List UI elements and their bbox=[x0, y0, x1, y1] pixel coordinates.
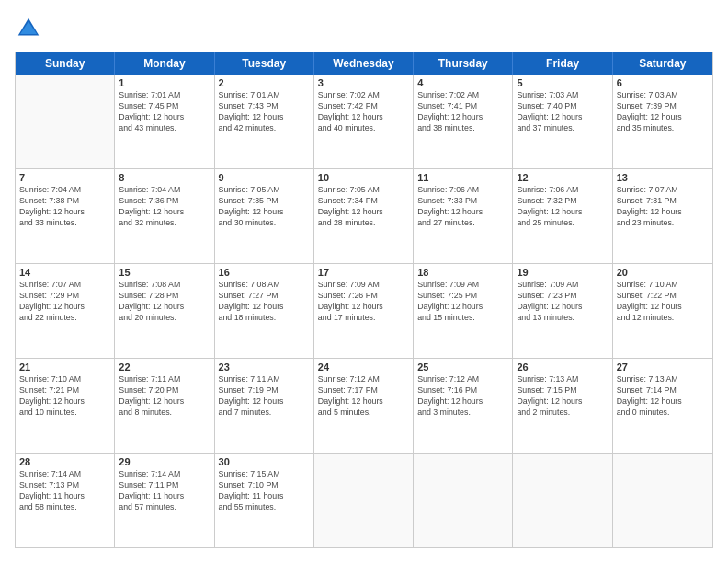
day-info: Sunrise: 7:06 AM Sunset: 7:32 PM Dayligh… bbox=[517, 185, 608, 229]
day-number: 4 bbox=[417, 77, 508, 88]
calendar-header: SundayMondayTuesdayWednesdayThursdayFrid… bbox=[16, 52, 712, 75]
day-info: Sunrise: 7:09 AM Sunset: 7:26 PM Dayligh… bbox=[318, 280, 409, 324]
cal-cell: 6Sunrise: 7:03 AM Sunset: 7:39 PM Daylig… bbox=[613, 75, 712, 168]
cal-cell bbox=[16, 75, 115, 168]
day-info: Sunrise: 7:08 AM Sunset: 7:28 PM Dayligh… bbox=[119, 280, 210, 324]
cal-row: 28Sunrise: 7:14 AM Sunset: 7:13 PM Dayli… bbox=[16, 453, 712, 547]
day-number: 18 bbox=[417, 267, 508, 278]
day-number: 15 bbox=[119, 267, 210, 278]
day-info: Sunrise: 7:06 AM Sunset: 7:33 PM Dayligh… bbox=[417, 185, 508, 229]
day-number: 12 bbox=[517, 172, 608, 183]
cal-cell: 16Sunrise: 7:08 AM Sunset: 7:27 PM Dayli… bbox=[215, 264, 314, 358]
cal-cell: 2Sunrise: 7:01 AM Sunset: 7:43 PM Daylig… bbox=[215, 75, 314, 168]
cal-row: 14Sunrise: 7:07 AM Sunset: 7:29 PM Dayli… bbox=[16, 263, 712, 358]
day-number: 16 bbox=[219, 267, 310, 278]
day-info: Sunrise: 7:09 AM Sunset: 7:25 PM Dayligh… bbox=[417, 280, 508, 324]
day-info: Sunrise: 7:10 AM Sunset: 7:22 PM Dayligh… bbox=[617, 280, 709, 324]
day-info: Sunrise: 7:13 AM Sunset: 7:15 PM Dayligh… bbox=[517, 374, 608, 419]
day-info: Sunrise: 7:09 AM Sunset: 7:23 PM Dayligh… bbox=[517, 280, 608, 324]
cal-cell: 14Sunrise: 7:07 AM Sunset: 7:29 PM Dayli… bbox=[16, 264, 115, 358]
cal-cell: 7Sunrise: 7:04 AM Sunset: 7:38 PM Daylig… bbox=[16, 169, 115, 263]
day-number: 22 bbox=[119, 362, 210, 373]
day-number: 24 bbox=[318, 362, 409, 373]
cal-header-cell: Saturday bbox=[613, 52, 712, 75]
cal-cell: 28Sunrise: 7:14 AM Sunset: 7:13 PM Dayli… bbox=[16, 454, 115, 547]
cal-cell: 8Sunrise: 7:04 AM Sunset: 7:36 PM Daylig… bbox=[115, 169, 214, 263]
day-info: Sunrise: 7:02 AM Sunset: 7:41 PM Dayligh… bbox=[417, 90, 508, 134]
cal-row: 21Sunrise: 7:10 AM Sunset: 7:21 PM Dayli… bbox=[16, 358, 712, 453]
day-number: 13 bbox=[617, 172, 709, 183]
calendar-body: 1Sunrise: 7:01 AM Sunset: 7:45 PM Daylig… bbox=[16, 75, 712, 547]
cal-cell: 25Sunrise: 7:12 AM Sunset: 7:16 PM Dayli… bbox=[414, 359, 513, 453]
cal-cell: 27Sunrise: 7:13 AM Sunset: 7:14 PM Dayli… bbox=[613, 359, 712, 453]
cal-cell: 5Sunrise: 7:03 AM Sunset: 7:40 PM Daylig… bbox=[513, 75, 612, 168]
cal-cell bbox=[314, 454, 414, 547]
cal-header-cell: Tuesday bbox=[215, 52, 314, 75]
day-number: 14 bbox=[19, 267, 110, 278]
cal-cell: 21Sunrise: 7:10 AM Sunset: 7:21 PM Dayli… bbox=[16, 359, 115, 453]
day-info: Sunrise: 7:02 AM Sunset: 7:42 PM Dayligh… bbox=[318, 90, 409, 134]
cal-cell: 30Sunrise: 7:15 AM Sunset: 7:10 PM Dayli… bbox=[215, 454, 314, 547]
day-number: 10 bbox=[318, 172, 409, 183]
day-number: 11 bbox=[417, 172, 508, 183]
day-number: 9 bbox=[219, 172, 310, 183]
cal-header-cell: Sunday bbox=[16, 52, 115, 75]
day-info: Sunrise: 7:11 AM Sunset: 7:20 PM Dayligh… bbox=[119, 374, 210, 419]
logo bbox=[15, 15, 46, 42]
day-info: Sunrise: 7:07 AM Sunset: 7:31 PM Dayligh… bbox=[617, 185, 709, 229]
cal-cell: 11Sunrise: 7:06 AM Sunset: 7:33 PM Dayli… bbox=[414, 169, 513, 263]
day-number: 19 bbox=[517, 267, 608, 278]
day-number: 20 bbox=[617, 267, 709, 278]
day-info: Sunrise: 7:04 AM Sunset: 7:36 PM Dayligh… bbox=[119, 185, 210, 229]
day-info: Sunrise: 7:05 AM Sunset: 7:34 PM Dayligh… bbox=[318, 185, 409, 229]
day-info: Sunrise: 7:10 AM Sunset: 7:21 PM Dayligh… bbox=[19, 374, 110, 419]
cal-cell bbox=[414, 454, 513, 547]
cal-cell: 4Sunrise: 7:02 AM Sunset: 7:41 PM Daylig… bbox=[414, 75, 513, 168]
cal-cell: 23Sunrise: 7:11 AM Sunset: 7:19 PM Dayli… bbox=[215, 359, 314, 453]
day-info: Sunrise: 7:15 AM Sunset: 7:10 PM Dayligh… bbox=[219, 469, 310, 513]
day-number: 6 bbox=[617, 77, 709, 88]
day-info: Sunrise: 7:11 AM Sunset: 7:19 PM Dayligh… bbox=[219, 374, 310, 419]
day-number: 29 bbox=[119, 456, 210, 467]
cal-cell: 22Sunrise: 7:11 AM Sunset: 7:20 PM Dayli… bbox=[115, 359, 214, 453]
day-number: 1 bbox=[119, 77, 210, 88]
cal-cell: 1Sunrise: 7:01 AM Sunset: 7:45 PM Daylig… bbox=[115, 75, 214, 168]
day-info: Sunrise: 7:04 AM Sunset: 7:38 PM Dayligh… bbox=[19, 185, 110, 229]
day-info: Sunrise: 7:01 AM Sunset: 7:45 PM Dayligh… bbox=[119, 90, 210, 134]
logo-icon bbox=[15, 15, 42, 42]
day-info: Sunrise: 7:01 AM Sunset: 7:43 PM Dayligh… bbox=[219, 90, 310, 134]
cal-cell: 20Sunrise: 7:10 AM Sunset: 7:22 PM Dayli… bbox=[613, 264, 712, 358]
day-number: 23 bbox=[219, 362, 310, 373]
cal-cell: 17Sunrise: 7:09 AM Sunset: 7:26 PM Dayli… bbox=[314, 264, 414, 358]
header bbox=[15, 15, 713, 42]
day-info: Sunrise: 7:13 AM Sunset: 7:14 PM Dayligh… bbox=[617, 374, 709, 419]
cal-header-cell: Monday bbox=[115, 52, 214, 75]
cal-cell: 9Sunrise: 7:05 AM Sunset: 7:35 PM Daylig… bbox=[215, 169, 314, 263]
cal-cell: 26Sunrise: 7:13 AM Sunset: 7:15 PM Dayli… bbox=[513, 359, 612, 453]
day-number: 26 bbox=[517, 362, 608, 373]
cal-cell: 15Sunrise: 7:08 AM Sunset: 7:28 PM Dayli… bbox=[115, 264, 214, 358]
cal-header-cell: Wednesday bbox=[314, 52, 414, 75]
cal-cell: 24Sunrise: 7:12 AM Sunset: 7:17 PM Dayli… bbox=[314, 359, 414, 453]
day-number: 25 bbox=[417, 362, 508, 373]
day-number: 30 bbox=[219, 456, 310, 467]
day-number: 8 bbox=[119, 172, 210, 183]
cal-cell: 3Sunrise: 7:02 AM Sunset: 7:42 PM Daylig… bbox=[314, 75, 414, 168]
day-info: Sunrise: 7:14 AM Sunset: 7:13 PM Dayligh… bbox=[19, 469, 110, 513]
cal-cell: 19Sunrise: 7:09 AM Sunset: 7:23 PM Dayli… bbox=[513, 264, 612, 358]
day-info: Sunrise: 7:07 AM Sunset: 7:29 PM Dayligh… bbox=[19, 280, 110, 324]
day-number: 5 bbox=[517, 77, 608, 88]
cal-cell: 10Sunrise: 7:05 AM Sunset: 7:34 PM Dayli… bbox=[314, 169, 414, 263]
page: SundayMondayTuesdayWednesdayThursdayFrid… bbox=[0, 0, 728, 563]
day-number: 3 bbox=[318, 77, 409, 88]
day-number: 27 bbox=[617, 362, 709, 373]
day-number: 7 bbox=[19, 172, 110, 183]
day-info: Sunrise: 7:05 AM Sunset: 7:35 PM Dayligh… bbox=[219, 185, 310, 229]
day-info: Sunrise: 7:08 AM Sunset: 7:27 PM Dayligh… bbox=[219, 280, 310, 324]
day-number: 28 bbox=[19, 456, 110, 467]
day-info: Sunrise: 7:12 AM Sunset: 7:17 PM Dayligh… bbox=[318, 374, 409, 419]
day-info: Sunrise: 7:03 AM Sunset: 7:39 PM Dayligh… bbox=[617, 90, 709, 134]
cal-cell: 29Sunrise: 7:14 AM Sunset: 7:11 PM Dayli… bbox=[115, 454, 214, 547]
cal-header-cell: Thursday bbox=[414, 52, 513, 75]
cal-cell: 13Sunrise: 7:07 AM Sunset: 7:31 PM Dayli… bbox=[613, 169, 712, 263]
